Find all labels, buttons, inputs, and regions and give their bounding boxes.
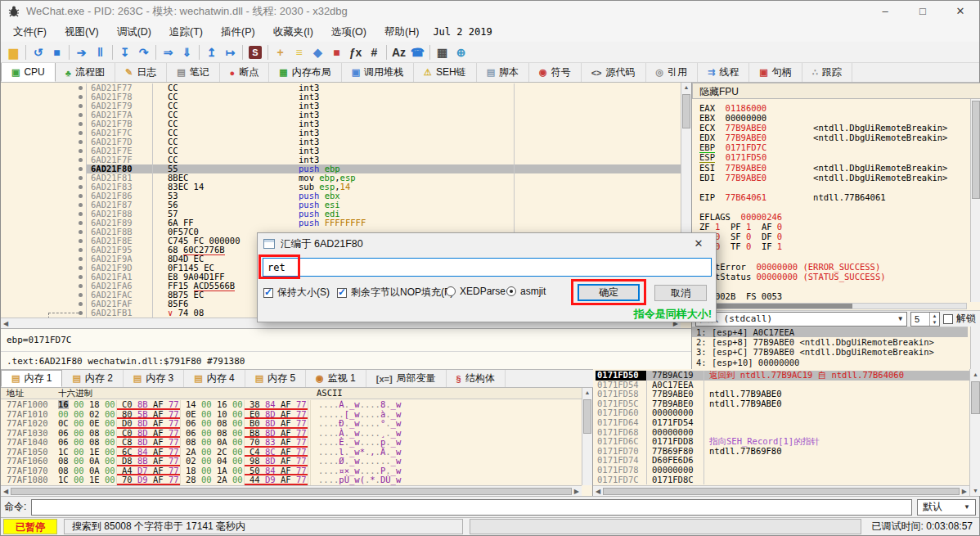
tab-locals[interactable]: [x=]局部变量 xyxy=(366,370,447,387)
breakpoint-dot[interactable] xyxy=(79,185,83,189)
tab-source[interactable]: <>源代码 xyxy=(582,63,646,82)
registers-horizontal-scrollbar[interactable] xyxy=(694,303,967,309)
dump-row[interactable]: 77AF10801C 00 1E 0070 D9 AF 7728 00 2A 0… xyxy=(1,475,582,485)
stack-row[interactable]: 0171FD6C0171FDD8指向SEH_Record[1]的指针 xyxy=(596,437,969,447)
tab-memory-4[interactable]: ▤内存 4 xyxy=(184,370,245,387)
register-line[interactable]: GS 002B FS 0053 xyxy=(699,291,967,301)
stack-pane[interactable]: 0171FD5077B9AC19返回到 ntdll.77B9AC19 自 ntd… xyxy=(593,369,980,496)
nop-fill-checkbox[interactable]: 剩余字节以NOP填充(F) xyxy=(337,286,453,300)
stack-row[interactable]: 0171FD7800000000 xyxy=(596,466,969,475)
scylla-icon[interactable]: S xyxy=(249,46,262,59)
breakpoint-dot[interactable] xyxy=(79,266,83,270)
xedparse-radio[interactable]: XEDParse xyxy=(446,286,506,297)
memory-dump-pane[interactable]: 地址 十六进制 ASCII 77AF100016 00 18 00C0 8B A… xyxy=(1,388,593,496)
menu-item[interactable]: 收藏夹(I) xyxy=(264,25,322,39)
tab-references[interactable]: ◎引用 xyxy=(646,63,699,82)
breakpoint-dot[interactable] xyxy=(79,140,83,144)
register-line[interactable] xyxy=(699,182,967,192)
register-line[interactable]: LastStatus 00000000 (STATUS_SUCCESS) xyxy=(699,272,967,282)
labels-icon[interactable]: ◆ xyxy=(308,44,327,61)
globe-icon[interactable]: ⊕ xyxy=(452,44,470,61)
command-profile-select[interactable]: 默认▼ xyxy=(917,499,976,516)
menu-item[interactable]: 调试(D) xyxy=(108,25,160,39)
tab-script[interactable]: ▤脚本 xyxy=(477,63,529,82)
breakpoint-dot[interactable] xyxy=(79,230,83,234)
tab-breakpoints[interactable]: ●断点 xyxy=(220,63,270,82)
breakpoint-dot[interactable] xyxy=(79,293,83,297)
run-to-cursor-icon[interactable]: ⇒ xyxy=(159,44,178,61)
breakpoint-dot[interactable] xyxy=(79,302,83,306)
breakpoint-dot[interactable] xyxy=(79,149,83,153)
ok-button[interactable]: 确定 xyxy=(578,284,640,301)
argument-row[interactable]: 1: [esp+4] A0C17EEA xyxy=(692,327,968,337)
pause-icon[interactable]: ‖ xyxy=(91,44,110,61)
register-line[interactable]: ESI 77B9ABE0 <ntdll.DbgUiRemoteBreakin> xyxy=(699,163,967,173)
register-line[interactable]: LastError 00000000 (ERROR_SUCCESS) xyxy=(699,262,967,272)
tab-memory-1[interactable]: ▤内存 1 xyxy=(1,370,62,387)
register-line[interactable]: EIP 77B64061 ntdll.77B64061 xyxy=(699,192,967,202)
hash-icon[interactable]: # xyxy=(365,44,384,61)
menu-item[interactable]: 选项(O) xyxy=(322,25,375,39)
minimize-button[interactable]: – xyxy=(866,1,904,22)
step-into-icon[interactable]: ↧ xyxy=(115,44,134,61)
menu-item[interactable]: 视图(V) xyxy=(56,25,108,39)
tab-symbols[interactable]: ◉符号 xyxy=(529,63,582,82)
tab-memory-2[interactable]: ▤内存 2 xyxy=(62,370,123,387)
strings-icon[interactable]: Az xyxy=(389,44,408,61)
tab-log[interactable]: ✎日志 xyxy=(115,63,167,82)
tab-seh[interactable]: ⚠SEH链 xyxy=(414,63,477,82)
register-line[interactable]: OF 0 SF 0 DF 0 xyxy=(699,232,967,241)
dialog-close-icon[interactable]: ✕ xyxy=(682,234,715,254)
breakpoint-dot[interactable] xyxy=(79,239,83,243)
restart-icon[interactable]: ↺ xyxy=(29,44,47,61)
registers-vertical-scrollbar[interactable] xyxy=(970,99,980,302)
breakpoint-dot[interactable] xyxy=(79,212,83,216)
breakpoint-dot[interactable] xyxy=(79,284,83,288)
breakpoint-dot[interactable] xyxy=(79,86,83,90)
run-icon[interactable]: ➔ xyxy=(72,44,91,61)
hide-fpu-button[interactable]: 隐藏FPU xyxy=(692,83,980,99)
register-line[interactable]: EBX 00000000 xyxy=(699,113,967,123)
tab-memory-3[interactable]: ▤内存 3 xyxy=(124,370,184,387)
register-line[interactable]: EAX 01186000 xyxy=(699,103,967,113)
dump-horizontal-scrollbar[interactable]: ◀▶ xyxy=(1,485,582,496)
close-button[interactable]: ✕ xyxy=(942,1,979,22)
breakpoint-dot[interactable] xyxy=(79,203,83,207)
breakpoint-dot[interactable] xyxy=(79,194,83,198)
argument-row[interactable]: 4: [esp+10] 00000000 xyxy=(692,358,968,367)
breakpoint-dot[interactable] xyxy=(79,167,83,171)
tab-cpu[interactable]: ▣CPU xyxy=(1,63,56,82)
stepper-arrows-icon[interactable]: ▲▼ xyxy=(929,313,939,326)
register-line[interactable]: EFLAGS 00000246 xyxy=(699,212,967,222)
tab-memory-map[interactable]: ▦内存布局 xyxy=(269,63,341,82)
maximize-button[interactable]: □ xyxy=(904,1,942,22)
patches-icon[interactable]: + xyxy=(271,44,290,61)
register-line[interactable] xyxy=(699,251,967,261)
menu-item[interactable]: 插件(P) xyxy=(212,25,264,39)
keep-size-checkbox[interactable]: 保持大小(S) xyxy=(263,286,330,300)
stack-vertical-scrollbar[interactable]: ▲▼ xyxy=(969,369,980,496)
assembly-instruction-input[interactable] xyxy=(263,258,712,277)
argument-row[interactable]: 3: [esp+C] 77B9ABE0 <ntdll.DbgUiRemoteBr… xyxy=(692,347,968,357)
tab-trace[interactable]: ∴跟踪 xyxy=(802,63,852,82)
breakpoint-dot[interactable] xyxy=(79,104,83,108)
tab-watch-1[interactable]: ◉监视 1 xyxy=(306,370,366,387)
register-line[interactable]: CF 0 TF 0 IF 1 xyxy=(699,241,967,251)
breakpoint-dot[interactable] xyxy=(79,158,83,162)
calling-convention-select[interactable]: 默认 (stdcall)▼ xyxy=(695,312,907,327)
dump-vertical-scrollbar[interactable]: ▲ xyxy=(582,388,592,485)
breakpoint-dot[interactable] xyxy=(79,221,83,225)
step-out-icon[interactable]: ↥ xyxy=(202,44,221,61)
calculator-icon[interactable]: ▦ xyxy=(433,44,452,61)
asmjit-radio[interactable]: asmjit xyxy=(506,286,546,297)
open-file-icon[interactable]: ▆ xyxy=(4,44,23,61)
breakpoint-dot[interactable] xyxy=(79,275,83,279)
unlock-checkbox[interactable]: 解锁 xyxy=(943,312,978,326)
breakpoint-dot[interactable] xyxy=(79,95,83,99)
menu-item[interactable]: 帮助(H) xyxy=(375,25,428,39)
register-line[interactable] xyxy=(699,202,967,212)
bookmarks-icon[interactable]: ■ xyxy=(327,44,346,61)
tab-graph[interactable]: ♣流程图 xyxy=(56,63,115,82)
register-line[interactable]: EDI 77B9ABE0 <ntdll.DbgUiRemoteBreakin> xyxy=(699,173,967,182)
tab-struct[interactable]: §结构体 xyxy=(447,370,506,387)
